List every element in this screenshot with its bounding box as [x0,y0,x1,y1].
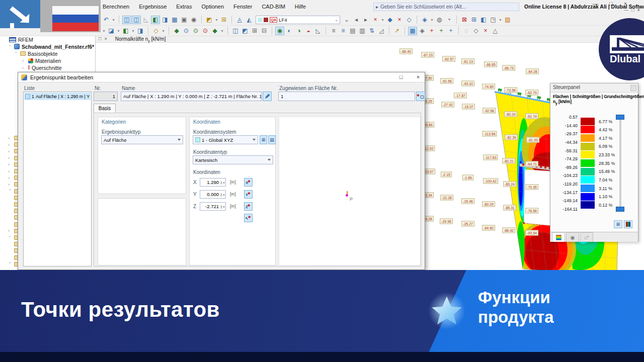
chevron-icon[interactable]: › [14,52,19,56]
panel-close-icon[interactable] [630,85,636,91]
toolbar-icon[interactable]: ▸ [361,16,370,24]
pick-in-graphics-button[interactable]: ↖✱ [244,214,253,222]
tab-factors[interactable]: ◉ [566,232,579,242]
tab-color-scale[interactable] [552,232,565,242]
toolbar-icon[interactable]: ◈ [418,27,427,35]
toolbar-icon[interactable]: ▦ [170,16,179,24]
pick-surface-button[interactable]: ✱▢ [416,92,425,101]
toolbar-icon[interactable]: ⊠ [460,16,469,24]
toolbar-icon[interactable]: ◨ [136,27,145,35]
toolbar-icon[interactable]: ▾ [498,16,503,24]
chevron-icon[interactable]: › [8,45,13,49]
legend-slider-handle[interactable] [616,115,624,120]
toolbar-icon[interactable]: ◉ [189,16,198,24]
toolbar-icon[interactable]: ≡ [339,27,348,35]
toolbar-icon[interactable]: ◆ [385,16,394,24]
tree-item-querschnitte[interactable]: ›ⅠQuerschnitte [22,64,61,71]
toolbar-icon[interactable]: ▾ [430,16,434,24]
toolbar-icon[interactable]: ▨ [503,16,512,24]
toolbar-icon[interactable]: ◇ [151,27,160,35]
legend-slider-track[interactable] [619,117,621,209]
menu-ergebnisse[interactable]: Ergebnisse [139,4,167,10]
toolbar-icon[interactable]: ◐ [285,27,294,35]
edit-name-button[interactable] [263,92,272,101]
toolbar-icon[interactable]: ◫ [122,16,131,24]
toolbar-icon[interactable]: ◈ [420,16,429,24]
coordinate-system-select[interactable]: 1 - Global XYZ [193,135,258,144]
minimize-icon[interactable]: — [624,8,628,13]
new-coordsys-button[interactable]: ⊞ [260,135,267,144]
toolbar-icon[interactable]: ⊞ [219,16,228,24]
tab-basis[interactable]: Basis [94,104,116,113]
y-coordinate-input[interactable]: 0.000▴▾▸ [200,190,226,199]
toolbar-icon[interactable]: △ [491,27,500,35]
z-coordinate-input[interactable]: -2.721▴▾▸ [200,202,226,211]
panel-close-icon[interactable]: × [104,36,107,42]
name-field[interactable]: Auf Fläche | X : 1.290 m | Y : 0.000 m |… [121,92,262,101]
result-view-tab[interactable]: Normalkräfte ny [kN/m] [115,36,166,42]
toolbar-icon[interactable]: ▾ [220,27,224,35]
tree-item-basisobjekte[interactable]: ›Basisobjekte [14,50,58,57]
toolbar-icon[interactable]: ◫ [132,16,141,24]
toolbar-icon[interactable]: × [395,16,404,24]
toolbar-icon[interactable]: ◆ [172,27,181,35]
edit-coordsys-button[interactable]: ▤ [268,135,276,144]
toolbar-icon[interactable]: ◫ [231,27,240,35]
toolbar-icon[interactable]: ◭ [245,16,254,24]
toolbar-icon[interactable]: ◍ [435,16,444,24]
toolbar-icon[interactable]: ▾ [116,27,121,35]
legend-slider-handle[interactable] [616,207,624,212]
toolbar-icon[interactable]: ▾ [161,27,166,35]
toolbar-icon[interactable]: ◩ [240,27,250,35]
toolbar-icon[interactable]: ◺ [141,16,150,24]
toolbar-icon[interactable]: ◺ [313,27,323,35]
pick-z-button[interactable]: Z✱ [244,202,253,211]
toolbar-icon[interactable]: ◪ [107,27,116,35]
color-scale-button[interactable] [624,220,632,228]
menu-optionen[interactable]: Optionen [201,4,224,10]
chevron-icon[interactable]: › [22,65,26,70]
toolbar-icon[interactable]: ◧ [479,16,488,24]
toolbar-icon[interactable]: ⊟ [260,27,269,35]
toolbar-icon[interactable]: ⊞ [250,27,259,35]
coordinate-type-select[interactable]: Kartesisch [193,155,273,164]
toolbar-icon[interactable]: ↗ [392,27,401,35]
toolbar-icon[interactable]: ◂ [352,16,361,24]
toolbar-icon[interactable]: ⌄ [342,16,351,24]
toolbar-icon[interactable]: × [371,16,380,24]
toolbar-icon[interactable]: ◬ [235,16,244,24]
control-panel-titlebar[interactable]: Steuerpanel [550,83,638,93]
toolbar-icon[interactable]: ◿ [377,27,386,35]
toolbar-icon[interactable]: ◳ [489,16,498,24]
pick-y-button[interactable]: Y✱ [244,190,253,199]
assigned-surface-field[interactable]: 1 [278,92,415,101]
toolbar-icon[interactable]: ◇ [471,27,480,35]
restore-icon[interactable]: □ [631,8,634,13]
menu-extras[interactable]: Extras [176,4,192,10]
toolbar-icon[interactable]: ▾ [102,27,106,35]
toolbar-icon[interactable]: + [446,27,455,35]
toolbar-icon[interactable]: + [427,27,436,35]
toolbar-icon[interactable]: ⇅ [367,27,376,35]
toolbar-icon[interactable]: ◑ [294,27,303,35]
toolbar-icon[interactable]: ↶ [102,16,111,24]
toolbar-icon[interactable]: ◒ [304,27,313,35]
toolbar-icon[interactable]: ▾ [131,27,135,35]
toolbar-icon[interactable]: ≡ [329,27,338,35]
toolbar-icon[interactable]: ◨ [160,16,170,24]
tab-filter[interactable]: □x [580,232,593,242]
toolbar-icon[interactable]: ▾ [380,16,385,24]
result-point-type-select[interactable]: Auf Fläche [101,135,183,144]
dialog-close-icon[interactable]: × [414,73,423,81]
close-icon[interactable]: × [637,8,639,13]
menu-hilfe[interactable]: Hilfe [295,4,306,10]
toolbar-icon[interactable]: × [481,27,490,35]
result-point-list[interactable]: 1 Auf Fläche | X : 1.290 m | Y : 0.00 [23,92,92,266]
chevron-icon[interactable]: › [22,58,26,63]
toolbar-icon[interactable]: ⊙ [191,27,200,35]
menu-cad-bim[interactable]: CAD-BIM [262,4,285,10]
toolbar-icon[interactable]: ▣ [180,16,189,24]
toolbar-icon[interactable]: ▤ [348,27,357,35]
document-window-controls[interactable]: — □ × [624,8,640,13]
toolbar-icon[interactable]: ◇ [405,16,414,24]
